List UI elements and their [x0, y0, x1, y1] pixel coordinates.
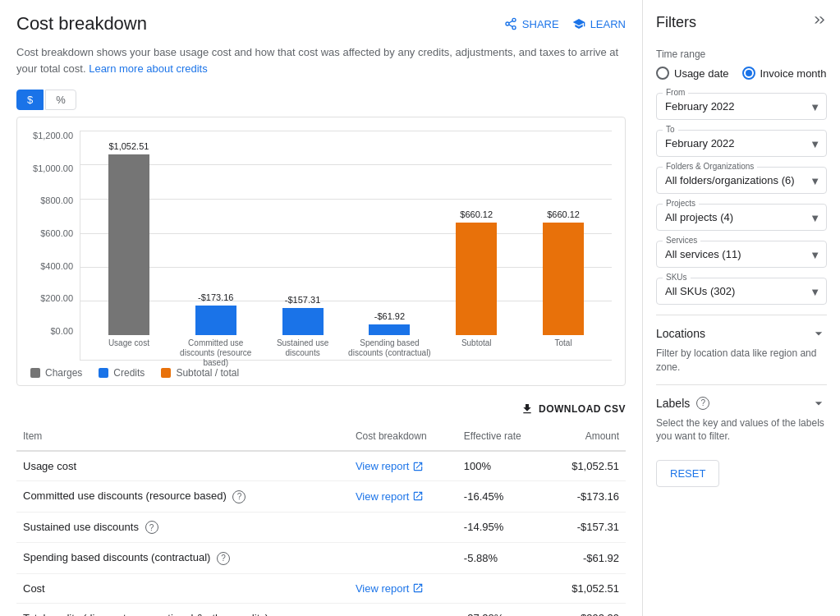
dollar-toggle[interactable]: $ [16, 90, 44, 110]
x-labels: Usage cost Committed use discounts (reso… [80, 335, 612, 360]
header-actions: SHARE LEARN [504, 17, 626, 30]
help-icon[interactable]: ? [232, 490, 246, 503]
view-report-link[interactable]: View report [356, 582, 451, 595]
filters-title: Filters [656, 14, 696, 31]
download-icon [521, 402, 534, 416]
download-csv-button[interactable]: DOWNLOAD CSV [521, 402, 626, 416]
learn-button[interactable]: LEARN [572, 17, 626, 30]
sidebar-header: Filters [656, 13, 827, 32]
legend-credits: Credits [99, 367, 145, 379]
labels-description: Select the key and values of the labels … [656, 416, 827, 444]
row-cost-breakdown [349, 603, 457, 616]
bar-label-subtotal: $660.12 [460, 209, 493, 219]
row-effective-rate [457, 573, 548, 603]
time-range-label: Time range [656, 48, 827, 60]
table-row: Spending based discounts (contractual) ?… [16, 543, 626, 574]
collapse-filters-button[interactable] [810, 13, 827, 32]
bar-group-spending: -$61.92 [347, 311, 431, 335]
row-cost-breakdown: View report [349, 573, 457, 603]
bar-label-total: $660.12 [547, 209, 580, 219]
chart-toolbar: $ % [16, 90, 626, 110]
bar-sustained [282, 308, 324, 335]
legend-subtotal: Subtotal / total [161, 367, 239, 379]
help-icon[interactable]: ? [145, 521, 158, 534]
legend-charges-dot [30, 368, 40, 378]
bar-label-usage: $1,052.51 [108, 141, 149, 151]
page-title: Cost breakdown [16, 13, 147, 34]
row-effective-rate: -14.95% [457, 512, 548, 543]
legend-credits-dot [99, 368, 108, 378]
usage-date-radio[interactable]: Usage date [656, 67, 729, 80]
help-icon[interactable]: ? [217, 552, 230, 565]
svg-line-3 [509, 25, 513, 27]
labels-section: Labels ? Select the key and values of th… [656, 384, 827, 444]
reset-button[interactable]: RESET [656, 460, 719, 487]
bar-committed [195, 306, 236, 335]
description: Cost breakdown shows your base usage cos… [16, 44, 626, 76]
bar-usage [108, 154, 149, 335]
bar-total [543, 223, 584, 335]
col-item: Item [16, 422, 349, 451]
bar-subtotal [456, 223, 497, 335]
page-header: Cost breakdown SHARE LEARN [16, 13, 626, 34]
from-dropdown-wrapper: From February 2022 ▼ [656, 93, 827, 120]
to-select[interactable]: February 2022 [656, 130, 827, 157]
chart-legend: Charges Credits Subtotal / total [30, 367, 612, 379]
bar-label-spending: -$61.92 [374, 311, 405, 321]
filters-sidebar: Filters Time range Usage date Invoice mo… [643, 0, 840, 616]
x-label-spending: Spending based discounts (contractual) [347, 335, 431, 358]
share-icon [504, 17, 517, 30]
external-link-icon [412, 490, 424, 502]
learn-more-link[interactable]: Learn more about credits [89, 62, 208, 75]
invoice-month-radio[interactable]: Invoice month [742, 67, 827, 80]
locations-section: Locations Filter by location data like r… [656, 315, 827, 375]
x-label-committed: Committed use discounts (resource based) [174, 335, 258, 368]
services-label: Services [663, 236, 700, 245]
x-label-subtotal: Subtotal [434, 335, 518, 348]
locations-header[interactable]: Locations [656, 325, 827, 342]
share-button[interactable]: SHARE [504, 17, 559, 30]
skus-label: SKUs [663, 273, 691, 282]
locations-title: Locations [656, 327, 705, 340]
row-amount: -$173.16 [548, 481, 626, 513]
row-effective-rate: 100% [457, 451, 548, 481]
col-amount: Amount [548, 422, 626, 451]
skus-dropdown-wrapper: SKUs All SKUs (302) ▼ [656, 278, 827, 305]
svg-point-2 [512, 26, 516, 30]
locations-description: Filter by location data like region and … [656, 347, 827, 375]
bar-label-sustained: -$157.31 [285, 295, 320, 305]
y-axis: $1,200.00 $1,000.00 $800.00 $600.00 $400… [30, 131, 80, 361]
view-report-link[interactable]: View report [356, 490, 451, 503]
col-cost-breakdown: Cost breakdown [349, 422, 457, 451]
x-label-usage: Usage cost [87, 335, 171, 348]
labels-header[interactable]: Labels ? [656, 395, 827, 411]
bar-group-committed: -$173.16 [174, 292, 258, 335]
from-label: From [663, 88, 688, 97]
row-item: Cost [16, 573, 349, 603]
svg-point-0 [512, 18, 516, 21]
table-row: Sustained use discounts ? -14.95% -$157.… [16, 512, 626, 543]
svg-point-1 [506, 22, 509, 25]
row-amount: -$157.31 [548, 512, 626, 543]
bar-group-sustained: -$157.31 [261, 295, 345, 335]
labels-help-icon[interactable]: ? [696, 397, 709, 410]
percent-toggle[interactable]: % [45, 90, 76, 110]
to-dropdown-wrapper: To February 2022 ▼ [656, 130, 827, 157]
row-item: Sustained use discounts ? [16, 512, 349, 543]
col-effective-rate: Effective rate [457, 422, 548, 451]
row-cost-breakdown [349, 543, 457, 574]
view-report-link[interactable]: View report [356, 460, 451, 472]
x-label-sustained: Sustained use discounts [261, 335, 345, 358]
legend-charges: Charges [30, 367, 82, 379]
learn-icon [572, 17, 585, 30]
folders-dropdown-wrapper: Folders & Organizations All folders/orga… [656, 167, 827, 194]
row-item: Committed use discounts (resource based)… [16, 481, 349, 513]
external-link-icon [412, 461, 424, 472]
table-row: Total credits (discounts, promotional & … [16, 603, 626, 616]
table-header-row: Item Cost breakdown Effective rate Amoun… [16, 422, 626, 451]
collapse-icon [810, 13, 827, 30]
row-cost-breakdown [349, 512, 457, 543]
legend-subtotal-dot [161, 368, 171, 378]
chevron-down-icon [810, 325, 827, 342]
bar-spending [369, 324, 410, 335]
